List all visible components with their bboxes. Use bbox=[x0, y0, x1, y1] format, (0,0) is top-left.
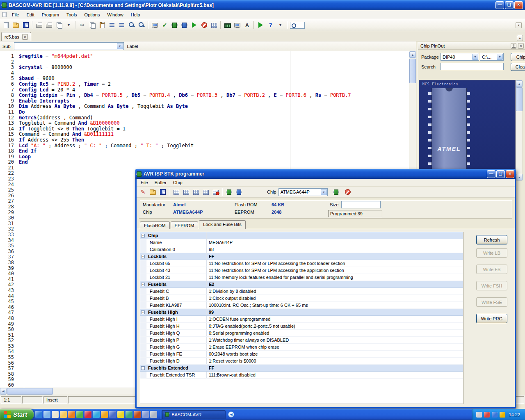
tray-icon-1[interactable] bbox=[476, 412, 482, 418]
quick-launch-icon-3[interactable] bbox=[52, 411, 59, 418]
start-button[interactable]: Start bbox=[0, 409, 34, 420]
code-line[interactable]: 16If Address <> 255 Then bbox=[0, 137, 409, 143]
code-line[interactable]: 2 bbox=[0, 59, 409, 65]
blank-check-icon[interactable] bbox=[201, 187, 210, 197]
tab-eeprom[interactable]: EEPROM bbox=[171, 221, 199, 229]
close-button[interactable]: × bbox=[506, 170, 514, 178]
tab-close-icon[interactable]: ✕ bbox=[22, 34, 28, 40]
scroll-left-button[interactable]: ◀ bbox=[0, 388, 7, 395]
fuse-bit-row[interactable]: Fusebit KLA987100010:Int. RC Osc.; Start… bbox=[140, 302, 463, 309]
syntax-check-icon[interactable] bbox=[160, 21, 169, 30]
pinout-scrollbar[interactable]: ▲ ▼ bbox=[516, 80, 523, 181]
quick-launch-icon-1[interactable] bbox=[35, 411, 42, 418]
copy-to-clipboard-icon[interactable] bbox=[54, 21, 64, 30]
programmer-menu-file[interactable]: File bbox=[137, 179, 151, 186]
font-editor-icon[interactable] bbox=[242, 21, 252, 30]
new-file-icon[interactable] bbox=[1, 21, 11, 30]
collapse-expander-icon[interactable]: - bbox=[141, 283, 145, 286]
compile-icon[interactable] bbox=[170, 21, 179, 30]
quick-launch-icon-8[interactable] bbox=[93, 411, 100, 418]
scroll-down-button[interactable]: ▼ bbox=[516, 174, 523, 180]
quick-launch-icon-9[interactable] bbox=[101, 411, 108, 418]
identify-chip-icon[interactable] bbox=[234, 187, 244, 197]
search-input[interactable] bbox=[441, 63, 504, 70]
toolbar-overflow-button[interactable]: ▾ bbox=[516, 22, 522, 28]
erase-buffer-icon[interactable] bbox=[138, 187, 148, 197]
quick-launch-icon-4[interactable] bbox=[60, 411, 67, 418]
fuse-group-row[interactable]: -FusebitsE2 bbox=[140, 281, 463, 288]
quick-launch-icon-12[interactable] bbox=[126, 411, 132, 418]
fuse-bit-row[interactable]: Fusebit High FE00:2048 words boot size bbox=[140, 351, 463, 358]
save-file-icon[interactable] bbox=[158, 187, 167, 197]
open-file-icon[interactable] bbox=[11, 21, 21, 30]
hide-tray-icons-button[interactable]: ◀ bbox=[228, 411, 234, 418]
program-chip-icon[interactable] bbox=[180, 21, 189, 30]
fuse-group-row[interactable]: -Fusebits High99 bbox=[140, 309, 463, 316]
code-line[interactable]: 4 bbox=[0, 71, 409, 76]
menu-edit[interactable]: Edit bbox=[23, 11, 38, 18]
menu-help[interactable]: Help bbox=[127, 11, 144, 18]
code-line[interactable]: 8Config Lcdpin = Pin , Db4 = PORTB.5 , D… bbox=[0, 93, 409, 98]
fuse-bit-row[interactable]: Lockbit 2111:No memory lock features ena… bbox=[140, 274, 463, 281]
quick-launch-icon-5[interactable] bbox=[68, 411, 75, 418]
find-icon[interactable] bbox=[127, 21, 136, 30]
scroll-up-button[interactable]: ▲ bbox=[409, 51, 416, 58]
code-line[interactable]: 19Loop bbox=[0, 154, 409, 160]
programmer-menu-chip[interactable]: Chip bbox=[170, 179, 186, 186]
copy-icon[interactable] bbox=[87, 21, 97, 30]
chevron-down-icon[interactable]: ▼ bbox=[117, 43, 123, 49]
fuse-bit-row[interactable]: Fusebit High H0:JTAG enabled(portc.2-por… bbox=[140, 323, 463, 330]
close-button[interactable]: × bbox=[514, 1, 523, 9]
collapse-expander-icon[interactable]: - bbox=[141, 366, 145, 370]
code-line[interactable]: 5$baud = 9600 bbox=[0, 76, 409, 82]
tray-icon-4[interactable] bbox=[500, 412, 505, 418]
quick-launch-icon-7[interactable] bbox=[84, 411, 91, 418]
auto-program-icon[interactable] bbox=[224, 187, 234, 197]
fuse-bit-row[interactable]: Fusebit C1:Division by 8 disabled bbox=[140, 288, 463, 295]
sub-combobox[interactable]: ▼ bbox=[14, 42, 124, 50]
code-line[interactable]: 10Dim Address As Byte , Command As Byte … bbox=[0, 104, 409, 110]
code-line[interactable]: 17Lcd "A: " ; Address ; " C: " ; Command… bbox=[0, 143, 409, 149]
fuse-bit-row[interactable]: Calibration 098 bbox=[140, 246, 463, 253]
chip-combobox[interactable]: ATMEGA644P ▼ bbox=[278, 188, 328, 196]
code-line[interactable]: 18End If bbox=[0, 148, 409, 154]
vertical-scroll-thumb[interactable] bbox=[409, 59, 416, 83]
quick-launch-icon-2[interactable] bbox=[43, 411, 50, 418]
fuse-bit-row[interactable]: Fusebit High Q0:Serial programming enabl… bbox=[140, 330, 463, 337]
code-search-box[interactable] bbox=[289, 21, 306, 30]
verify-chip-icon[interactable] bbox=[331, 187, 341, 197]
programmer-menu-buffer[interactable]: Buffer bbox=[151, 179, 170, 186]
verify-buffer-icon[interactable] bbox=[191, 187, 201, 197]
toolbar-more-icon[interactable] bbox=[64, 21, 73, 30]
chevron-down-icon[interactable]: ▼ bbox=[497, 54, 503, 60]
fuse-bit-row[interactable]: Fusebit B1:Clock output disabled bbox=[140, 295, 463, 302]
fuse-group-row[interactable]: -LockbitsFF bbox=[140, 253, 463, 260]
chevron-down-icon[interactable]: ▼ bbox=[321, 189, 327, 195]
fuse-bit-row[interactable]: Lockbit 4311:No restrictions for SPM or … bbox=[140, 267, 463, 274]
fuse-grid[interactable]: -ChipNameMEGA644PCalibration 098-Lockbit… bbox=[140, 232, 463, 404]
code-line[interactable]: 15Command = Command And &B01111111 bbox=[0, 132, 409, 137]
fuse-group-row[interactable]: -Fusebits ExtendedFF bbox=[140, 365, 463, 372]
scroll-up-button[interactable]: ▲ bbox=[516, 80, 523, 87]
chip-button[interactable]: Chip bbox=[511, 53, 525, 61]
close-panel-icon[interactable]: ✕ bbox=[518, 43, 524, 49]
write-prg-button[interactable]: Write PRG bbox=[476, 314, 507, 323]
tab-lock-and-fuse-bits[interactable]: Lock and Fuse Bits bbox=[199, 220, 246, 229]
fuse-bit-row[interactable]: Fusebit High I1:OCDEN fuse unprogrammed bbox=[140, 316, 463, 323]
print-preview-icon[interactable] bbox=[34, 21, 44, 30]
minimize-button[interactable]: — bbox=[495, 1, 504, 9]
task-button-bascom[interactable]: BASCOM-AVR bbox=[162, 410, 226, 419]
chevron-down-icon[interactable]: ▼ bbox=[472, 54, 478, 60]
horizontal-scroll-thumb[interactable] bbox=[7, 388, 53, 395]
tray-icon-2[interactable] bbox=[484, 412, 490, 418]
pin-panel-icon[interactable] bbox=[511, 43, 516, 49]
menu-program[interactable]: Program bbox=[38, 11, 63, 18]
quick-launch-icon-6[interactable] bbox=[76, 411, 83, 418]
document-tab[interactable]: rc5.bas ✕ bbox=[1, 32, 31, 41]
open-file-icon[interactable] bbox=[148, 187, 158, 197]
cancel-icon[interactable] bbox=[343, 187, 353, 197]
fuse-bit-row[interactable]: Fusebit High D1:Reset vector is $0000 bbox=[140, 358, 463, 365]
menu-tools[interactable]: Tools bbox=[63, 11, 81, 18]
panel-collapse-button[interactable]: ▴ bbox=[517, 35, 523, 41]
menu-file[interactable]: File bbox=[8, 11, 23, 18]
